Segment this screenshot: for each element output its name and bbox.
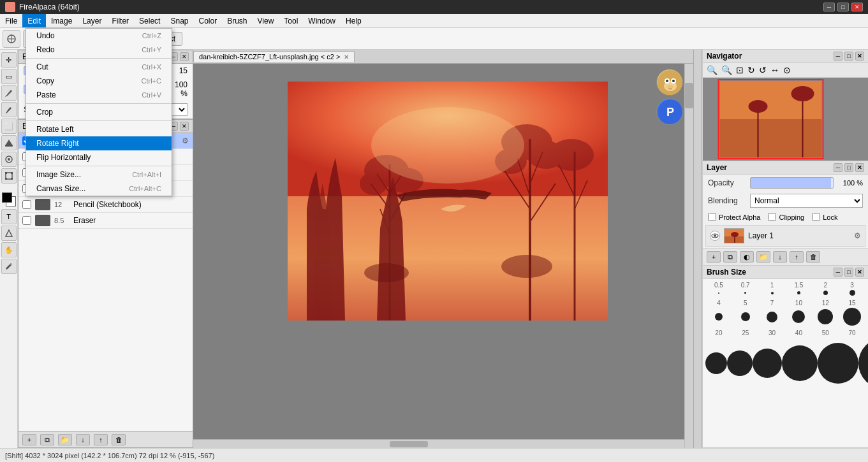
maximize-button[interactable]: □: [837, 3, 849, 11]
lock-checkbox[interactable]: [812, 213, 820, 221]
edit-undo[interactable]: Undo Ctrl+Z: [26, 29, 172, 43]
clipping-checkbox[interactable]: [768, 213, 776, 221]
brush-size-dot[interactable]: [858, 338, 868, 389]
brush-item-checkbox[interactable]: [22, 216, 31, 225]
layer-delete-button[interactable]: 🗑: [806, 251, 820, 263]
edit-paste[interactable]: Paste Ctrl+V: [26, 88, 172, 102]
brush-size-close[interactable]: ✕: [855, 268, 864, 277]
brush-size-dot-wrap[interactable]: [759, 312, 786, 322]
tool-hand[interactable]: ✋: [1, 242, 17, 257]
brush-delete-button[interactable]: 🗑: [112, 434, 126, 445]
brush-size-dot[interactable]: [741, 312, 750, 321]
brush-size-dot[interactable]: [797, 291, 800, 294]
tool-move[interactable]: ✛: [1, 52, 17, 68]
brush-add-button[interactable]: +: [22, 434, 36, 445]
brush-size-minimize[interactable]: ─: [834, 268, 842, 277]
menu-edit[interactable]: Edit: [22, 14, 46, 27]
brush-list-close[interactable]: ✕: [180, 122, 189, 131]
edit-rotate-left[interactable]: Rotate Left: [26, 122, 172, 136]
brush-size-dot[interactable]: [850, 290, 855, 296]
brush-size-dot-wrap[interactable]: [839, 290, 865, 296]
brush-item-checkbox[interactable]: [22, 200, 31, 209]
brush-size-dot-wrap[interactable]: [785, 310, 812, 323]
brush-size-dot[interactable]: [818, 343, 858, 384]
layer-copy-button[interactable]: ⧉: [723, 251, 737, 263]
tool-colorpicker[interactable]: [1, 152, 17, 167]
menu-file[interactable]: File: [0, 14, 22, 27]
layer-folder-button[interactable]: 📁: [756, 251, 770, 263]
nav-zoom-out-icon[interactable]: 🔍: [721, 65, 732, 75]
brush-list-item[interactable]: 8.5 Eraser: [18, 213, 193, 229]
tool-eraser[interactable]: ⬜: [1, 119, 17, 134]
navigator-expand[interactable]: □: [844, 52, 853, 61]
nav-reset-icon[interactable]: ⊙: [783, 65, 791, 75]
edit-cut[interactable]: Cut Ctrl+X: [26, 60, 172, 74]
brush-size-dot-wrap[interactable]: [705, 313, 732, 321]
layer-minimize[interactable]: ─: [834, 163, 842, 172]
brush-folder-button[interactable]: 📁: [58, 434, 72, 445]
tool-brush[interactable]: [1, 102, 17, 117]
protect-alpha-checkbox[interactable]: [708, 213, 716, 221]
brush-size-dot[interactable]: [715, 313, 723, 321]
brush-size-dot[interactable]: [792, 310, 805, 323]
menu-image[interactable]: Image: [46, 14, 77, 27]
tool-select[interactable]: ▭: [1, 69, 17, 84]
brush-size-dot-wrap[interactable]: [858, 338, 868, 389]
navigator-preview[interactable]: [703, 78, 868, 161]
brush-size-dot[interactable]: [744, 292, 746, 294]
layer-add-button[interactable]: +: [707, 251, 721, 263]
protect-alpha-checkbox-label[interactable]: Protect Alpha: [708, 213, 760, 221]
menu-filter[interactable]: Filter: [107, 14, 134, 27]
navigator-minimize[interactable]: ─: [834, 52, 842, 61]
brush-size-dot[interactable]: [823, 291, 828, 295]
menu-color[interactable]: Color: [193, 14, 222, 27]
layer-item-1[interactable]: Layer 1 ⚙: [705, 225, 865, 247]
canvas-v-scrollbar[interactable]: [684, 64, 693, 448]
navigator-close[interactable]: ✕: [855, 52, 864, 61]
brush-size-dot[interactable]: [767, 312, 777, 322]
brush-export-button[interactable]: ↑: [94, 434, 108, 445]
menu-layer[interactable]: Layer: [77, 14, 107, 27]
opacity-slider[interactable]: [750, 177, 834, 189]
canvas-v-scrollbar-thumb[interactable]: [685, 83, 693, 108]
layer-import-button[interactable]: ↓: [773, 251, 787, 263]
canvas-area[interactable]: P: [193, 64, 693, 448]
brush-size-dot-wrap[interactable]: [785, 291, 812, 294]
brush-size-expand[interactable]: □: [844, 268, 853, 277]
brush-size-dot[interactable]: [753, 349, 782, 378]
menu-tool[interactable]: Tool: [279, 14, 303, 27]
menu-brush[interactable]: Brush: [222, 14, 252, 27]
brush-size-dot-wrap[interactable]: [812, 291, 839, 295]
brush-import-button[interactable]: ↓: [76, 434, 90, 445]
brush-control-close[interactable]: ✕: [180, 52, 189, 61]
brush-size-dot-wrap[interactable]: [727, 350, 753, 376]
brush-size-dot-wrap[interactable]: [818, 343, 858, 384]
layer-mask-button[interactable]: ◐: [740, 251, 754, 263]
brush-size-dot-wrap[interactable]: [812, 309, 839, 324]
nav-flip-icon[interactable]: ↔: [770, 65, 779, 75]
edit-rotate-right[interactable]: Rotate Right: [26, 136, 172, 150]
brush-size-dot[interactable]: [782, 345, 818, 381]
brush-size-dot-wrap[interactable]: [782, 345, 818, 381]
edit-canvas-size[interactable]: Canvas Size... Ctrl+Alt+C: [26, 182, 172, 196]
minimize-button[interactable]: ─: [823, 3, 835, 11]
menu-select[interactable]: Select: [134, 14, 165, 27]
brush-size-dot[interactable]: [818, 309, 833, 324]
nav-rotate-ccw-icon[interactable]: ↺: [759, 65, 767, 75]
layer-export-button[interactable]: ↑: [790, 251, 804, 263]
middle-scrollbar[interactable]: [693, 50, 702, 448]
menu-window[interactable]: Window: [303, 14, 341, 27]
brush-size-dot-wrap[interactable]: [839, 308, 865, 326]
edit-redo[interactable]: Redo Ctrl+Y: [26, 43, 172, 57]
brush-duplicate-button[interactable]: ⧉: [40, 434, 54, 445]
brush-size-dot-wrap[interactable]: [759, 292, 786, 294]
layer-expand[interactable]: □: [844, 163, 853, 172]
clipping-checkbox-label[interactable]: Clipping: [768, 213, 804, 221]
toolbar-select-btn[interactable]: [3, 30, 20, 48]
brush-list-item[interactable]: 12 Pencil (Sketchbook): [18, 197, 193, 213]
edit-image-size[interactable]: Image Size... Ctrl+Alt+I: [26, 168, 172, 182]
tool-eyedropper[interactable]: [1, 259, 17, 274]
brush-size-dot-wrap[interactable]: [732, 292, 759, 294]
brush-size-dot-wrap[interactable]: [705, 292, 732, 294]
brush-size-dot-wrap[interactable]: [705, 352, 727, 374]
